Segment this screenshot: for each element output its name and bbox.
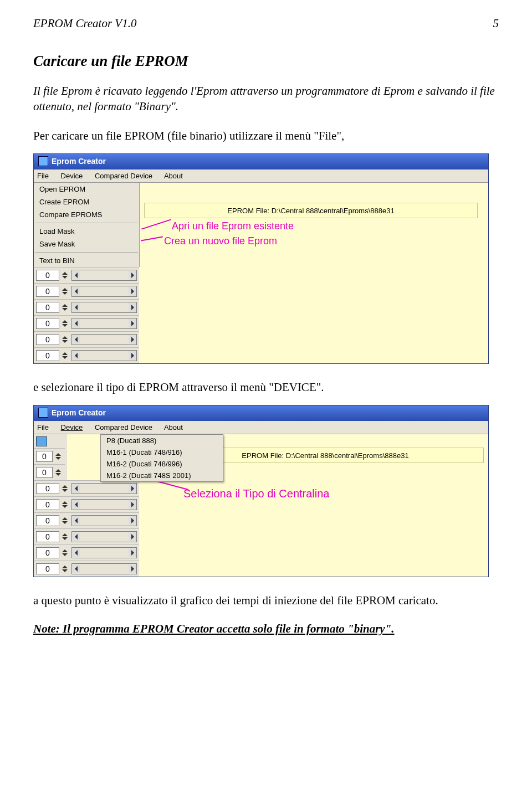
scrollbar[interactable] [71,531,137,542]
app-icon [38,408,48,418]
menu-separator [35,223,138,223]
spinner-arrows-icon[interactable] [60,563,69,575]
scrollbar[interactable] [71,499,137,510]
menu-about[interactable]: About [164,423,183,431]
menu-device[interactable]: Device [61,423,83,431]
page-header: EPROM Creator V1.0 5 [33,17,499,30]
file-menu-save-mask[interactable]: Save Mask [34,238,139,250]
spinner-value[interactable]: 0 [36,499,59,510]
scrollbar[interactable] [71,334,137,345]
intro-paragraph: Il file Eprom è ricavato leggendo l'Epro… [33,83,499,115]
device-option-m16-2b[interactable]: M16-2 (Ducati 748S 2001) [101,470,223,481]
annotation-line-icon [141,237,163,241]
annotation-select-type: Seleziona il Tipo di Centralina [183,487,330,500]
spinner-control[interactable]: 0 [34,561,139,577]
annotation-line-icon [141,219,171,229]
file-menu-load-mask[interactable]: Load Mask [34,225,139,238]
spinner-value[interactable]: 0 [36,483,59,494]
menu-compared-device[interactable]: Compared Device [95,172,152,180]
spinner-control[interactable]: 0 [34,448,65,464]
spinner-control[interactable]: 0 [34,299,139,315]
spinner-arrows-icon[interactable] [54,450,63,462]
menu-file[interactable]: File [37,172,49,180]
app-icon [38,156,48,166]
spinner-arrows-icon[interactable] [60,531,69,543]
toolbar-column: 0 0 [34,434,67,480]
device-option-m16-2[interactable]: M16-2 (Ducati 748/996) [101,458,223,470]
spinner-value[interactable]: 0 [36,334,59,345]
page-number: 5 [493,17,499,30]
file-menu-create-eprom[interactable]: Create EPROM [34,196,139,208]
spinner-arrows-icon[interactable] [60,301,69,314]
scrollbar[interactable] [71,350,137,361]
window-canvas: EPROM File: D:\Central 888\central\Eprom… [140,183,488,267]
spinner-control[interactable]: 0 [34,331,139,347]
spinner-control[interactable]: 0 [34,267,139,283]
scrollbar[interactable] [71,302,137,313]
spinner-value[interactable]: 0 [36,302,59,313]
spinner-value[interactable]: 0 [36,350,59,361]
spinner-control[interactable]: 0 [34,528,139,544]
menu-device[interactable]: Device [61,172,83,180]
spinner-arrows-icon[interactable] [60,482,69,495]
menubar: File Device Compared Device About [34,421,488,434]
closing-paragraph: a questo punto è visualizzato il grafico… [33,593,499,608]
spinner-control[interactable]: 0 [34,480,139,496]
device-menu-dropdown: P8 (Ducati 888) M16-1 (Ducati 748/916) M… [100,434,223,482]
lead-2: e selezionare il tipo di EPROM attravers… [33,379,499,395]
spinner-arrows-icon[interactable] [60,547,69,559]
spinner-control[interactable]: 0 [34,347,139,363]
screenshot-device-menu: Eprom Creator File Device Compared Devic… [33,405,489,577]
file-menu-text-to-bin[interactable]: Text to BIN [34,254,139,267]
spinner-value[interactable]: 0 [36,467,53,478]
annotation-open: Apri un file Eprom esistente [172,220,294,232]
file-menu-dropdown: Open EPROM Create EPROM Compare EPROMS L… [34,183,140,267]
device-option-p8[interactable]: P8 (Ducati 888) [101,435,223,446]
toolbar-icon[interactable] [36,436,47,446]
spinner-value[interactable]: 0 [36,563,59,574]
spinner-arrows-icon[interactable] [60,498,69,511]
menu-about[interactable]: About [164,172,183,180]
spinner-value[interactable]: 0 [36,515,59,526]
scrollbar[interactable] [71,270,137,281]
screenshot-file-menu: Eprom Creator File Device Compared Devic… [33,153,489,364]
spinner-value[interactable]: 0 [36,547,59,558]
spinner-arrows-icon[interactable] [60,350,69,362]
spinner-arrows-icon[interactable] [60,333,69,346]
scrollbar[interactable] [71,483,137,494]
spinner-arrows-icon[interactable] [60,285,69,297]
spinner-value[interactable]: 0 [36,531,59,542]
spinner-value[interactable]: 0 [36,286,59,297]
spinner-arrows-icon[interactable] [60,317,69,330]
spinner-value[interactable]: 0 [36,318,59,329]
spinner-arrows-icon[interactable] [54,466,63,479]
spinner-arrows-icon[interactable] [60,269,69,281]
scrollbar[interactable] [71,563,137,574]
spinner-control[interactable]: 0 [34,496,139,512]
section-title: Caricare un file EPROM [33,53,499,70]
menu-file[interactable]: File [37,423,49,431]
spinner-value[interactable]: 0 [36,270,59,281]
file-menu-open-eprom[interactable]: Open EPROM [34,183,139,196]
window-titlebar: Eprom Creator [34,405,488,421]
spinner-control[interactable]: 0 [34,283,139,299]
menubar: File Device Compared Device About [34,169,488,183]
spinner-value[interactable]: 0 [36,451,53,462]
file-menu-compare-eproms[interactable]: Compare EPROMS [34,208,139,221]
window-canvas: P8 (Ducati 888) M16-1 (Ducati 748/916) M… [67,434,488,480]
spinner-control[interactable]: 0 [34,315,139,331]
window-titlebar: Eprom Creator [34,154,488,169]
window-title: Eprom Creator [52,408,106,417]
spinner-control[interactable]: 0 [34,464,65,480]
scrollbar[interactable] [71,515,137,526]
spinner-arrows-icon[interactable] [60,515,69,527]
lead-1: Per caricare un file EPROM (file binario… [33,128,499,143]
menu-compared-device[interactable]: Compared Device [95,423,152,431]
spinner-control[interactable]: 0 [34,544,139,561]
spinner-control[interactable]: 0 [34,512,139,528]
scrollbar[interactable] [71,547,137,558]
spinner-column: 0 0 0 0 [34,267,139,363]
scrollbar[interactable] [71,286,137,297]
device-option-m16-1[interactable]: M16-1 (Ducati 748/916) [101,446,223,458]
scrollbar[interactable] [71,318,137,329]
